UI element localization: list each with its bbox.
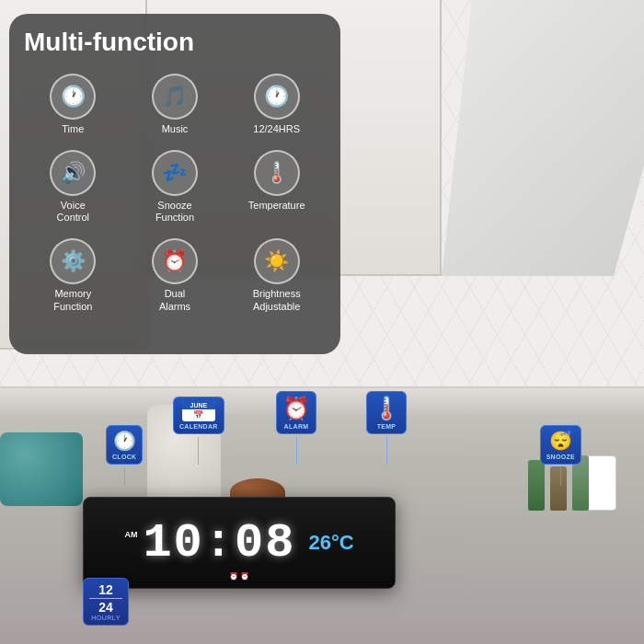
snooze-label: SnoozeFunction	[155, 200, 194, 224]
counter-top	[0, 386, 644, 414]
brightness-icon: ☀️	[254, 238, 300, 284]
alarm-label: ALARM	[284, 423, 309, 430]
snooze-icon: 💤	[152, 150, 198, 196]
time-label: Time	[62, 123, 84, 135]
clock-float: 🕐 CLOCK	[106, 425, 143, 486]
dual-alarms-label: DualAlarms	[159, 288, 190, 312]
clock-am-pm: AM	[124, 530, 137, 539]
feature-time: 🕐 Time	[24, 70, 122, 139]
info-panel: Multi-function 🕐 Time 🎵 Music 🕐 12/24HRS…	[9, 14, 340, 354]
alarm-bell-icon: ⏰	[282, 396, 310, 421]
hourly-label: HOURLY	[89, 615, 122, 621]
music-label: Music	[162, 123, 189, 135]
voice-icon: 🔊	[50, 150, 96, 196]
clock-connector	[124, 467, 125, 486]
hourly-12: 12	[89, 582, 122, 597]
calendar-label: CALENDAR	[179, 423, 218, 430]
dual-alarms-icon: ⏰	[152, 238, 198, 284]
hourly-24: 24	[89, 600, 122, 615]
calendar-float: JUNE 📅 CALENDAR	[173, 397, 224, 465]
clock-label: CLOCK	[112, 454, 136, 460]
music-icon: 🎵	[152, 74, 198, 120]
snooze-label-float: SNOOZE	[546, 454, 575, 460]
panel-title: Multi-function	[24, 29, 326, 57]
alarm-icon-box: ⏰ ALARM	[276, 391, 316, 434]
feature-voice: 🔊 VoiceControl	[24, 146, 122, 227]
snooze-icon-box: 😴 SNOOZE	[540, 425, 581, 465]
hourly-box: 12 24 HOURLY	[83, 578, 129, 626]
snooze-connector	[560, 467, 561, 486]
clock-bottom-icons: ⏰ ⏰	[229, 572, 249, 581]
thermometer-icon: 🌡️	[373, 396, 400, 421]
voice-label: VoiceControl	[57, 200, 89, 224]
calendar-month: JUNE	[182, 401, 215, 409]
clock-time: 10:08	[143, 516, 295, 570]
temp-label: TEMP	[377, 423, 397, 430]
alarm-float: ⏰ ALARM	[276, 391, 316, 465]
clock-icon-box: 🕐 CLOCK	[106, 425, 143, 465]
feature-memory: ⚙️ MemoryFunction	[24, 235, 122, 316]
hours-label: 12/24HRS	[253, 123, 300, 135]
hourly-divider	[89, 598, 122, 599]
feature-dual-alarms: ⏰ DualAlarms	[126, 235, 224, 316]
temp-icon-box: 🌡️ TEMP	[366, 391, 407, 434]
alarm-connector	[296, 437, 297, 465]
clock-device: AM 10:08 26°C ⏰ ⏰	[83, 497, 396, 589]
range-hood	[442, 0, 644, 276]
calendar-display: JUNE 📅	[182, 401, 215, 421]
snooze-bed-icon: 😴	[549, 430, 572, 452]
snooze-float: 😴 SNOOZE	[540, 425, 581, 486]
feature-brightness: ☀️ BrightnessAdjustable	[227, 235, 326, 316]
clock-alarm-icon: ⏰ ⏰	[229, 572, 249, 581]
temperature-icon: 🌡️	[254, 150, 300, 196]
temp-float: 🌡️ TEMP	[366, 391, 407, 465]
feature-grid: 🕐 Time 🎵 Music 🕐 12/24HRS 🔊 VoiceControl…	[24, 70, 326, 316]
clock-display: AM 10:08 26°C	[84, 516, 395, 570]
memory-label: MemoryFunction	[53, 288, 92, 312]
temperature-label: Temperature	[248, 200, 305, 212]
clock-temperature: 26°C	[308, 531, 353, 555]
calendar-connector	[198, 437, 199, 465]
brightness-label: BrightnessAdjustable	[253, 288, 301, 312]
hourly-numbers: 12 24	[89, 582, 122, 615]
calendar-date: 📅	[186, 410, 212, 420]
feature-temperature: 🌡️ Temperature	[227, 146, 326, 227]
clock-circle-icon: 🕐	[113, 430, 136, 452]
hours-icon: 🕐	[254, 74, 300, 120]
calendar-icon-box: JUNE 📅 CALENDAR	[173, 397, 224, 434]
feature-music: 🎵 Music	[126, 70, 224, 139]
blue-pot	[0, 432, 83, 506]
feature-hours: 🕐 12/24HRS	[227, 70, 326, 139]
feature-snooze: 💤 SnoozeFunction	[126, 146, 224, 227]
time-icon: 🕐	[50, 74, 96, 120]
memory-icon: ⚙️	[50, 238, 96, 284]
temp-connector	[386, 437, 387, 465]
